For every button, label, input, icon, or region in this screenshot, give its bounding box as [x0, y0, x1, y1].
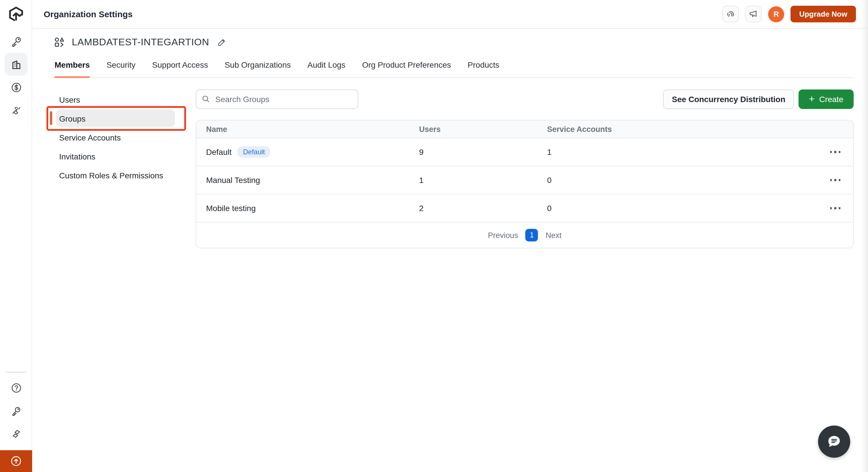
see-concurrency-distribution-button[interactable]: See Concurrency Distribution	[663, 90, 794, 109]
left-rail	[0, 0, 32, 472]
tab-security[interactable]: Security	[106, 55, 135, 78]
table-row: Default Default 9 1	[196, 138, 853, 166]
groups-panel: See Concurrency Distribution + Create Na…	[196, 90, 854, 248]
organization-building-icon[interactable]	[5, 53, 28, 76]
shapes-icon	[53, 36, 65, 48]
column-service-accounts: Service Accounts	[547, 125, 815, 133]
tab-sub-organizations[interactable]: Sub Organizations	[225, 55, 291, 78]
search-icon	[202, 95, 210, 103]
default-badge: Default	[237, 146, 271, 158]
column-name: Name	[206, 125, 419, 133]
access-key-icon[interactable]	[0, 399, 32, 422]
plus-icon: +	[809, 94, 815, 104]
users-count: 9	[419, 147, 547, 157]
users-count: 2	[419, 204, 547, 213]
toolbar-actions: See Concurrency Distribution + Create	[663, 90, 854, 109]
subnav-item-groups[interactable]: Groups	[50, 109, 196, 128]
next-page-button[interactable]: Next	[546, 231, 562, 239]
org-name: LAMBDATEST-INTEGARTION	[72, 36, 209, 48]
subnav-item-invitations[interactable]: Invitations	[50, 147, 196, 166]
pagination: Previous 1 Next	[196, 223, 853, 248]
tab-org-product-preferences[interactable]: Org Product Preferences	[362, 55, 451, 78]
integrations-plug-icon[interactable]	[0, 99, 32, 122]
subnav-label: Groups	[59, 114, 86, 123]
subnav-label: Invitations	[59, 152, 95, 161]
subnav-label: Users	[59, 95, 80, 104]
subnav-item-service-accounts[interactable]: Service Accounts	[50, 128, 196, 147]
upgrade-arrow-up-icon[interactable]	[0, 450, 32, 472]
top-bar: Organization Settings R Upgrade Now	[32, 0, 868, 29]
create-label: Create	[819, 95, 843, 104]
page-title: Organization Settings	[43, 9, 133, 19]
groups-table: Name Users Service Accounts Default Defa…	[196, 120, 854, 248]
lambdatest-logo-icon[interactable]	[7, 6, 25, 23]
service-accounts-count: 0	[547, 175, 815, 185]
help-question-icon[interactable]	[0, 376, 32, 399]
members-subnav: Users Groups Service Accounts Invitation…	[50, 90, 196, 185]
previous-page-button[interactable]: Previous	[488, 231, 518, 239]
key-icon[interactable]	[0, 30, 32, 53]
top-bar-actions: R Upgrade Now	[722, 6, 856, 22]
service-accounts-count: 0	[547, 204, 815, 213]
row-actions-ellipsis-icon[interactable]	[829, 176, 842, 185]
main-content: LAMBDATEST-INTEGARTION Members Security …	[32, 29, 868, 472]
app-window: Organization Settings R Upgrade Now	[0, 0, 868, 472]
rail-divider	[6, 372, 26, 373]
chat-bubble-icon	[826, 434, 842, 450]
active-item-indicator	[50, 111, 52, 125]
search-wrap	[196, 90, 358, 109]
service-accounts-count: 1	[547, 147, 815, 157]
megaphone-icon[interactable]	[745, 6, 762, 22]
user-avatar[interactable]: R	[768, 6, 784, 22]
current-page-button[interactable]: 1	[526, 229, 538, 241]
subnav-label: Custom Roles & Permissions	[59, 171, 163, 180]
edit-pencil-icon[interactable]	[217, 37, 227, 47]
table-row: Manual Testing 1 0	[196, 166, 853, 194]
users-count: 1	[419, 175, 547, 185]
fingerprint-activity-icon[interactable]	[722, 6, 739, 22]
subnav-label: Service Accounts	[59, 133, 121, 142]
table-row: Mobile testing 2 0	[196, 194, 853, 223]
tab-support-access[interactable]: Support Access	[152, 55, 208, 78]
subnav-item-custom-roles[interactable]: Custom Roles & Permissions	[50, 166, 196, 185]
groups-toolbar: See Concurrency Distribution + Create	[196, 90, 854, 109]
link-chain-icon[interactable]	[0, 422, 32, 445]
subnav-item-users[interactable]: Users	[50, 90, 196, 109]
billing-dollar-icon[interactable]	[0, 76, 32, 99]
chat-support-button[interactable]	[818, 426, 850, 458]
search-groups-input[interactable]	[196, 90, 358, 109]
row-actions-ellipsis-icon[interactable]	[829, 204, 842, 213]
column-users: Users	[419, 125, 547, 133]
table-header: Name Users Service Accounts	[196, 121, 853, 138]
tab-members[interactable]: Members	[55, 55, 90, 78]
org-header: LAMBDATEST-INTEGARTION	[50, 36, 868, 48]
tab-products[interactable]: Products	[468, 55, 499, 78]
group-name: Default	[206, 147, 231, 157]
create-group-button[interactable]: + Create	[799, 90, 854, 109]
org-tabs: Members Security Support Access Sub Orga…	[50, 55, 855, 78]
group-name: Manual Testing	[206, 175, 260, 185]
row-actions-ellipsis-icon[interactable]	[829, 148, 842, 157]
group-name: Mobile testing	[206, 204, 256, 213]
upgrade-now-button[interactable]: Upgrade Now	[790, 6, 856, 22]
tab-audit-logs[interactable]: Audit Logs	[307, 55, 345, 78]
